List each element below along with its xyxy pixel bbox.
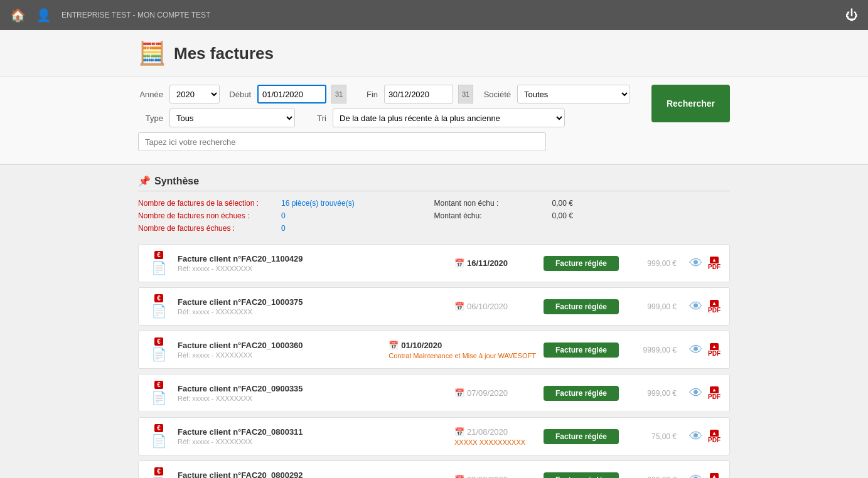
societe-label: Société: [480, 90, 511, 99]
invoice-info: Facture client n°FAC20_0900335 Réf: xxxx…: [178, 384, 447, 402]
type-select[interactable]: Tous Facture Avoir: [169, 109, 295, 127]
pdf-button[interactable]: ▲ PDF: [708, 300, 721, 314]
invoice-icon-box: € 📄: [147, 251, 170, 275]
invoice-info: Facture client n°FAC20_0800311 Réf: xxxx…: [178, 427, 447, 445]
factures-echues-value: 0: [281, 224, 286, 233]
factures-echues-label: Nombre de factures échues :: [138, 224, 276, 233]
view-button[interactable]: 👁: [689, 385, 703, 401]
euro-badge: €: [154, 381, 163, 389]
invoice-info: Facture client n°FAC20_1000375 Réf: xxxx…: [178, 297, 447, 316]
invoice-icon-box: € 📄: [147, 424, 170, 449]
search-button[interactable]: Rechercher: [651, 85, 730, 122]
invoice-sub: Réf: xxxxx - XXXXXXXX: [178, 308, 447, 316]
filter-rows-right: Rechercher: [651, 85, 730, 122]
euro-badge: €: [154, 467, 163, 475]
invoice-icon-box: € 📄: [147, 294, 170, 319]
factures-selection-label: Nombre de factures de la sélection :: [138, 199, 276, 208]
page-header: 🧮 Mes factures: [0, 30, 868, 77]
pdf-icon-body: PDF: [708, 307, 721, 314]
invoice-desc: Contrat Maintenance et Mise à jour WAVES…: [388, 352, 536, 359]
pdf-button[interactable]: ▲ PDF: [708, 386, 721, 400]
doc-icon: 📄: [151, 347, 167, 362]
pdf-button[interactable]: ▲ PDF: [708, 473, 721, 479]
synthese-row-echues: Nombre de factures échues : 0: [138, 223, 434, 234]
synthese-title-text: Synthèse: [154, 176, 199, 187]
power-icon[interactable]: ⏻: [845, 8, 858, 23]
debut-calendar-icon: 31: [331, 85, 346, 104]
invoice-date: 📅 06/10/2020: [454, 302, 508, 311]
synthese-row-non-echues: Nombre de factures non échues : 0: [138, 210, 434, 221]
invoice-icon-box: € 📄: [147, 381, 170, 405]
invoice-item: € 📄 Facture client n°FAC20_0800311 Réf: …: [138, 417, 730, 455]
pdf-icon-body: PDF: [708, 263, 721, 270]
annee-label: Année: [138, 90, 163, 99]
invoice-date-area: 📅 03/08/2020: [454, 475, 536, 478]
invoice-actions: 👁 ▲ PDF: [689, 428, 721, 445]
invoice-sub: Réf: xxxxx - XXXXXXXX: [178, 438, 447, 445]
invoice-actions: 👁 ▲ PDF: [689, 472, 721, 479]
calendar-icon: 📅: [454, 427, 464, 437]
montant-echu-label: Montant échu:: [434, 211, 547, 220]
calendar-icon: 📅: [454, 302, 464, 311]
view-button[interactable]: 👁: [689, 299, 703, 315]
topnav-left: 🏠 👤 ENTREPRISE TEST - MON COMPTE TEST: [10, 8, 210, 23]
invoice-status: Facture réglée: [544, 429, 619, 444]
pin-icon: 📌: [138, 175, 151, 187]
invoice-amount: 75,00 €: [626, 432, 677, 441]
pdf-icon-top: ▲: [710, 430, 719, 437]
invoice-status: Facture réglée: [544, 299, 619, 314]
debut-input[interactable]: [257, 85, 326, 104]
home-icon[interactable]: 🏠: [10, 8, 26, 23]
factures-non-echues-label: Nombre de factures non échues :: [138, 211, 276, 220]
fin-input[interactable]: [384, 85, 453, 104]
pdf-icon-body: PDF: [708, 350, 721, 357]
invoice-amount: 999,00 €: [626, 475, 677, 479]
calendar-icon: 📅: [454, 475, 464, 478]
pdf-button[interactable]: ▲ PDF: [708, 257, 721, 270]
invoice-amount: 999,00 €: [626, 302, 677, 311]
societe-select[interactable]: Toutes Société 1: [517, 85, 630, 104]
invoice-info: Facture client n°FAC20_1000360 Réf: xxxx…: [178, 341, 381, 359]
calendar-icon: 📅: [454, 258, 464, 268]
invoice-item: € 📄 Facture client n°FAC20_1000360 Réf: …: [138, 331, 730, 369]
topnav: 🏠 👤 ENTREPRISE TEST - MON COMPTE TEST ⏻: [0, 0, 868, 30]
invoice-item: € 📄 Facture client n°FAC20_1100429 Réf: …: [138, 244, 730, 282]
synthese-title: 📌 Synthèse: [138, 175, 730, 191]
invoice-sub: Réf: xxxxx - XXXXXXXX: [178, 395, 447, 402]
filter-rows-left: Année 2020 2019 2018 Début 31 Fin 31 Soc…: [138, 85, 639, 156]
tri-label: Tri: [301, 114, 326, 123]
montant-non-echu-label: Montant non échu :: [434, 199, 547, 208]
invoice-date-area: 📅 16/11/2020: [454, 258, 536, 268]
invoice-title: Facture client n°FAC20_1000375: [178, 297, 447, 307]
page-title: Mes factures: [174, 44, 274, 63]
invoice-date: 📅 16/11/2020: [454, 258, 508, 268]
filter-area: Année 2020 2019 2018 Début 31 Fin 31 Soc…: [0, 77, 868, 165]
view-button[interactable]: 👁: [689, 472, 703, 479]
pdf-button[interactable]: ▲ PDF: [708, 343, 721, 357]
calendar-icon: 📅: [388, 341, 399, 350]
annee-select[interactable]: 2020 2019 2018: [169, 85, 220, 104]
view-button[interactable]: 👁: [689, 255, 703, 272]
invoice-actions: 👁 ▲ PDF: [689, 255, 721, 272]
pdf-icon-body: PDF: [708, 437, 721, 443]
factures-selection-value: 16 pièce(s) trouvée(s): [281, 199, 355, 208]
user-icon[interactable]: 👤: [36, 8, 51, 23]
invoice-title: Facture client n°FAC20_0800292: [178, 470, 447, 478]
calendar-icon: 📅: [454, 388, 464, 398]
fin-calendar-icon: 31: [458, 85, 473, 104]
factures-non-echues-value: 0: [281, 211, 286, 220]
search-text-input[interactable]: [138, 132, 546, 151]
pdf-button[interactable]: ▲ PDF: [708, 430, 721, 443]
filter-rows-wrap: Année 2020 2019 2018 Début 31 Fin 31 Soc…: [138, 85, 730, 156]
invoice-status: Facture réglée: [544, 343, 619, 358]
tri-select[interactable]: De la date la plus récente à la plus anc…: [333, 109, 565, 127]
doc-icon: 📄: [151, 260, 167, 275]
montant-non-echu-value: 0,00 €: [552, 199, 573, 208]
view-button[interactable]: 👁: [689, 428, 703, 445]
invoice-date-area: 📅 01/10/2020 Contrat Maintenance et Mise…: [388, 341, 536, 359]
pdf-icon-top: ▲: [710, 386, 719, 393]
pdf-icon-top: ▲: [710, 473, 719, 479]
pdf-icon-top: ▲: [710, 343, 719, 350]
invoice-amount: 999,00 €: [626, 389, 677, 398]
view-button[interactable]: 👁: [689, 342, 703, 358]
